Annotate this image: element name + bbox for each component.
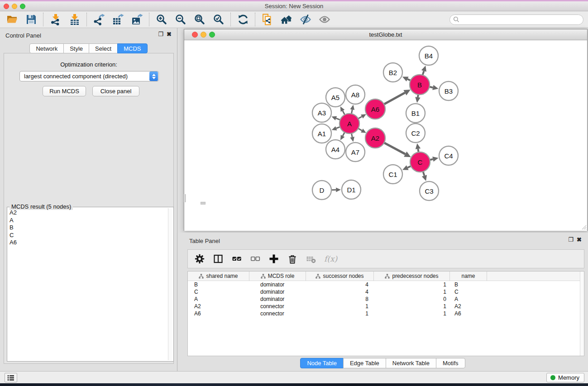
tab-style[interactable]: Style [63,43,89,53]
result-item-A[interactable]: A [7,217,167,224]
graph-node-B2[interactable]: B2 [383,63,402,82]
graph-edge-C-C1[interactable] [402,165,411,170]
graph-node-D[interactable]: D [312,181,331,200]
graph-node-C2[interactable]: C2 [406,124,425,143]
result-item-A6[interactable]: A6 [7,239,167,247]
graph-node-C4[interactable]: C4 [439,146,458,165]
graph-node-A2[interactable]: A2 [365,128,385,148]
graph-node-A1[interactable]: A1 [312,124,331,143]
network-window-titlebar[interactable]: testGlobe.txt [184,29,587,40]
graph-edge-B-B1[interactable] [415,95,420,103]
graph-node-B3[interactable]: B3 [439,81,458,100]
tab-network[interactable]: Network [29,43,64,53]
column-header-shared-name[interactable]: shared name [188,272,249,281]
run-mcds-button[interactable]: Run MCDS [43,86,86,96]
result-scrollbar[interactable] [168,208,172,360]
graph-edge-A-A3[interactable] [331,116,340,120]
export-table-icon[interactable] [112,14,124,26]
graph-node-A5[interactable]: A5 [326,88,345,107]
mcds-result-list[interactable]: A2ABCA6 [7,209,167,360]
graph-node-D1[interactable]: D1 [342,180,361,199]
graph-edge-A-A2[interactable] [358,129,366,133]
refresh-layout-icon[interactable] [237,14,249,26]
zoom-out-icon[interactable] [174,14,186,26]
left-edge-grip[interactable] [184,194,186,202]
table-row[interactable]: Adominator80A [188,295,584,303]
network-document-icon[interactable] [261,14,273,26]
home-icon[interactable] [280,14,292,26]
graph-edge-A-A6[interactable] [358,114,366,119]
tab-network-table[interactable]: Network Table [386,358,436,368]
graph-edge-A-A5[interactable] [340,106,345,114]
table-row[interactable]: A2connector11A2 [188,303,584,310]
tab-motifs[interactable]: Motifs [436,358,465,368]
graph-edge-A-A1[interactable] [332,126,340,130]
tab-mcds[interactable]: MCDS [117,43,147,53]
table-row[interactable]: A6connector11A6 [188,310,584,317]
tab-node-table[interactable]: Node Table [300,358,344,368]
graph-edge-A-A8[interactable] [350,105,354,114]
graph-node-C3[interactable]: C3 [420,181,439,200]
column-header-name[interactable]: name [450,272,487,281]
tab-edge-table[interactable]: Edge Table [343,358,386,368]
float-panel-icon[interactable]: ❐ [158,31,163,38]
graph-node-C[interactable]: C [410,152,430,172]
optimization-criterion-select[interactable]: largest connected component (directed) [19,71,159,81]
zoom-in-icon[interactable] [155,14,167,26]
split-columns-icon[interactable] [213,253,224,264]
float-table-panel-icon[interactable]: ❐ [568,237,574,243]
graph-node-A3[interactable]: A3 [312,103,331,122]
graph-edge-B-B2[interactable] [402,76,411,81]
graph-edge-B-B4[interactable] [421,66,426,75]
save-session-icon[interactable] [25,14,37,26]
resize-grip-icon[interactable] [581,224,587,230]
graph-node-A6[interactable]: A6 [365,99,385,119]
zoom-fit-icon[interactable] [193,14,206,26]
task-history-button[interactable] [5,373,17,382]
show-eye-icon[interactable] [318,14,330,26]
result-item-B[interactable]: B [7,224,167,232]
export-network-icon[interactable] [93,14,105,26]
table-scrollbar[interactable] [580,272,584,356]
graph-node-A8[interactable]: A8 [346,85,365,104]
graph-node-B[interactable]: B [410,75,430,95]
settings-gear-icon[interactable] [194,253,205,264]
graph-node-B4[interactable]: B4 [419,46,438,65]
graph-edge-C-C4[interactable] [430,157,438,162]
graph-node-C1[interactable]: C1 [383,165,402,184]
node-table[interactable]: shared name MCDS role successor nodes pr… [187,271,584,356]
graph-edge-A-A7[interactable] [350,133,354,142]
close-table-panel-icon[interactable]: ✖ [577,237,582,243]
close-panel-button[interactable]: Close panel [92,86,139,96]
graph-node-A4[interactable]: A4 [326,140,345,159]
import-network-icon[interactable] [49,14,62,26]
delete-selected-icon[interactable] [287,253,298,264]
graph-node-B1[interactable]: B1 [406,104,425,123]
graph-edge-C-C3[interactable] [422,172,427,181]
network-canvas[interactable]: B4B2BB3A8A5A6A3B1AA1C2A2A4A7C4CC1C3DD1 [184,41,587,231]
select-all-icon[interactable] [231,253,242,264]
graph-node-A7[interactable]: A7 [346,143,365,162]
memory-button[interactable]: Memory [546,373,584,382]
result-item-C[interactable]: C [7,232,167,239]
table-row[interactable]: Bdominator41B [188,281,584,288]
import-table-icon[interactable] [68,14,81,26]
close-panel-icon[interactable]: ✖ [167,31,172,38]
tab-select[interactable]: Select [89,43,118,53]
graph-edge-D-D1[interactable] [332,188,341,192]
column-header-MCDS-role[interactable]: MCDS role [249,272,306,281]
graph-edge-A6-B[interactable] [384,90,411,104]
add-column-icon[interactable] [268,253,279,264]
graph-edge-B-B3[interactable] [429,85,438,90]
export-image-icon[interactable] [131,14,143,26]
hide-eye-icon[interactable] [299,14,311,26]
zoom-selected-icon[interactable] [212,14,225,26]
table-row[interactable]: Cdominator41C [188,288,584,295]
open-session-icon[interactable] [6,14,18,26]
result-item-A2[interactable]: A2 [7,209,167,217]
graph-edge-A-A4[interactable] [340,132,345,140]
graph-node-A[interactable]: A [339,114,359,133]
search-input[interactable] [459,15,583,24]
split-divider-grip[interactable] [201,202,206,205]
network-graph[interactable]: B4B2BB3A8A5A6A3B1AA1C2A2A4A7C4CC1C3DD1 [184,41,587,231]
